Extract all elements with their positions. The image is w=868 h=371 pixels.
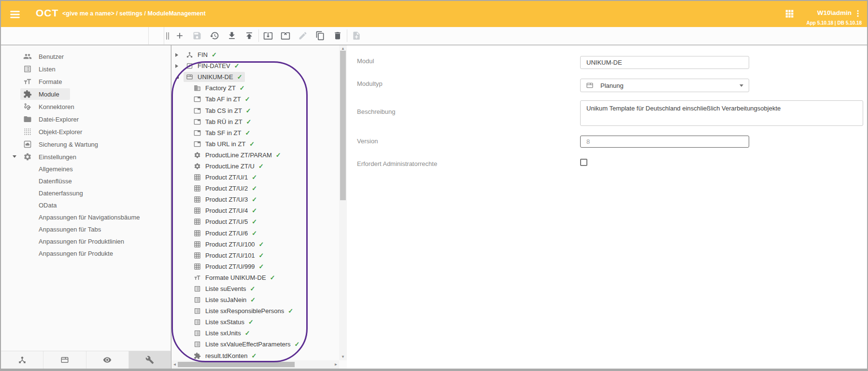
tree-item-label: Formate UNIKUM-DE: [205, 274, 266, 281]
tree-item[interactable]: Liste sxResponsiblePersons ✓: [171, 305, 339, 316]
kebab-menu-icon[interactable]: [854, 8, 862, 19]
tree-item[interactable]: Product ZT/U/100 ✓: [171, 239, 339, 250]
sidebar-item[interactable]: Module: [1, 88, 171, 100]
sidebar-item[interactable]: Konnektoren: [1, 100, 171, 113]
check-icon: ✓: [237, 73, 242, 81]
sidebar-tab[interactable]: [129, 351, 171, 369]
tree-item[interactable]: Product ZT/U/1 ✓: [171, 172, 339, 183]
text-format-icon: [23, 77, 32, 86]
tree-item-label: Product ZT/U/1: [205, 174, 248, 181]
tree-item[interactable]: ProductLine ZT/U ✓: [171, 161, 339, 172]
toolbar-button[interactable]: [329, 28, 346, 43]
tree-item[interactable]: Product ZT/U/999 ✓: [171, 261, 339, 272]
sidebar-subitem[interactable]: Anpassungen für Produktlinien: [1, 235, 171, 247]
sidebar-item[interactable]: Formate: [1, 75, 171, 88]
tree-item[interactable]: Tab URL in ZT ✓: [171, 138, 339, 150]
modul-input[interactable]: [580, 56, 749, 69]
puzzle-icon: [23, 90, 32, 98]
scroll-down-icon[interactable]: ▼: [339, 354, 347, 360]
sidebar-subitem[interactable]: Datenerfassung: [1, 187, 171, 199]
sidebar-item[interactable]: Datei-Explorer: [1, 113, 171, 125]
sidebar-subitem[interactable]: Anpassungen für Navigationsbäume: [1, 211, 171, 223]
tree-item[interactable]: FIN-DATEV ✓: [171, 60, 339, 71]
tree-item[interactable]: Product ZT/U/101 ✓: [171, 250, 339, 261]
toolbar-button[interactable]: [294, 28, 312, 43]
chevron-down-icon[interactable]: [13, 155, 16, 158]
tree-item[interactable]: Product ZT/U/5 ✓: [171, 216, 339, 227]
scroll-right-icon[interactable]: ►: [333, 360, 339, 369]
horizontal-scroll-thumb[interactable]: [178, 362, 295, 367]
sidebar-tab[interactable]: [86, 351, 129, 369]
toolbar-button[interactable]: [171, 28, 188, 43]
tree-item[interactable]: Tab SF in ZT ✓: [171, 127, 339, 138]
tree-item[interactable]: Product ZT/U/4 ✓: [171, 205, 339, 216]
version-input[interactable]: [580, 136, 749, 148]
toolbar-button[interactable]: [241, 28, 258, 43]
tree-item[interactable]: Tab CS in ZT ✓: [171, 105, 339, 116]
tree-item-content: Tab RÜ in ZT ✓: [191, 117, 254, 127]
check-icon: ✓: [252, 185, 257, 192]
sidebar-subitem[interactable]: Datenflüsse: [1, 175, 171, 187]
toolbar-button[interactable]: [277, 28, 294, 43]
collapse-arrow-icon[interactable]: [175, 75, 184, 79]
sidebar-subitem[interactable]: Anpassungen für Tabs: [1, 223, 171, 235]
admin-rights-checkbox[interactable]: [580, 159, 587, 166]
toolbar-button[interactable]: [312, 28, 329, 43]
sidebar-item[interactable]: Objekt-Explorer: [1, 125, 171, 138]
tree-item[interactable]: Product ZT/U/2 ✓: [171, 183, 339, 194]
sidebar-item[interactable]: Einstellungen: [1, 151, 171, 163]
sidebar-item-content: Einstellungen: [20, 151, 87, 163]
sidebar-item[interactable]: Sicherung & Wartung: [1, 138, 171, 151]
tree-item[interactable]: Liste suJaNein ✓: [171, 294, 339, 305]
sidebar-tab[interactable]: [1, 351, 43, 369]
module-tree: FIN ✓ FIN-DATEV ✓: [171, 45, 339, 360]
tree-item[interactable]: Formate UNIKUM-DE ✓: [171, 272, 339, 283]
tree-item-content: Product ZT/U/5 ✓: [191, 217, 259, 227]
toolbar-button[interactable]: [223, 28, 241, 43]
tree-item[interactable]: UNIKUM-DE ✓: [171, 71, 339, 82]
sidebar-subitem[interactable]: Allgemeines: [1, 163, 171, 175]
tree-item[interactable]: Liste suEvents ✓: [171, 283, 339, 294]
users-icon: [23, 52, 32, 61]
tree-item[interactable]: Tab RÜ in ZT ✓: [171, 116, 339, 127]
toolbar-button[interactable]: [188, 28, 206, 43]
tree-item[interactable]: Product ZT/U/3 ✓: [171, 194, 339, 205]
upload-icon: [244, 31, 254, 41]
toolbar-button[interactable]: [259, 28, 277, 43]
tree-item[interactable]: Liste sxUnits ✓: [171, 328, 339, 339]
hamburger-icon[interactable]: [9, 8, 21, 21]
tree-item[interactable]: Product ZT/U/6 ✓: [171, 228, 339, 239]
tree-item[interactable]: Tab AF in ZT ✓: [171, 94, 339, 105]
sidebar-subitem[interactable]: OData: [1, 199, 171, 211]
apps-grid-icon[interactable]: [784, 9, 795, 19]
tree-item[interactable]: FIN ✓: [171, 49, 339, 60]
sidebar-tab[interactable]: [43, 351, 86, 369]
vertical-scrollbar[interactable]: ▲ ▼: [339, 45, 347, 360]
sidebar-item[interactable]: Listen: [1, 63, 171, 75]
expand-arrow-icon[interactable]: [175, 53, 184, 57]
toolbar-button[interactable]: [206, 28, 223, 43]
toolbar-button[interactable]: [348, 28, 365, 43]
tree-item[interactable]: Liste sxStatus ✓: [171, 316, 339, 328]
expand-arrow-icon[interactable]: [175, 64, 184, 68]
sidebar-subitem[interactable]: Anpassungen für Produkte: [1, 247, 171, 260]
tree-item[interactable]: ProductLine ZT/PARAM ✓: [171, 150, 339, 161]
tree-item-label: Product ZT/U/4: [205, 207, 248, 214]
beschreibung-textarea[interactable]: Unikum Template für Deutschland einschli…: [580, 100, 863, 126]
horizontal-scrollbar[interactable]: ◄ ►: [171, 360, 339, 369]
module-window-icon: [586, 82, 594, 89]
modultyp-select[interactable]: Planung: [580, 79, 749, 92]
tree-item[interactable]: result.tdKonten ✓: [171, 350, 339, 360]
sidebar-subitem-label: Anpassungen für Produktlinien: [39, 238, 124, 245]
check-icon: ✓: [250, 296, 256, 303]
toolbar-divider: [347, 29, 347, 42]
module-tree-panel: FIN ✓ FIN-DATEV ✓: [171, 45, 347, 369]
user-menu[interactable]: W10\admin: [817, 9, 852, 16]
sidebar-item[interactable]: Benutzer: [1, 50, 171, 63]
splitter-grip-icon[interactable]: [166, 32, 169, 40]
tree-item[interactable]: Factory ZT ✓: [171, 82, 339, 94]
tree-item[interactable]: Liste sxValueEffectParameters ✓: [171, 339, 339, 350]
vertical-scroll-thumb[interactable]: [340, 51, 346, 200]
version-info: App 5.10.18 | DB 5.10.18: [806, 20, 862, 26]
scroll-left-icon[interactable]: ◄: [171, 360, 178, 369]
